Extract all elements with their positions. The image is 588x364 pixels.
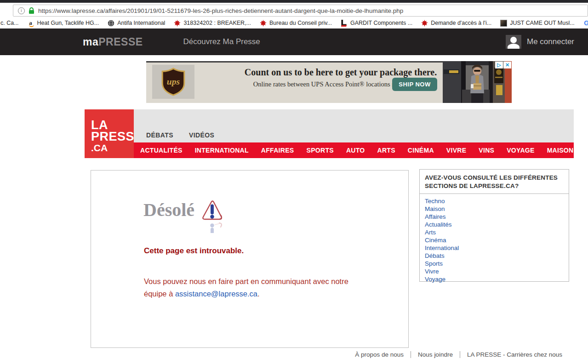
adchoices-icon[interactable]: ▷ bbox=[495, 62, 503, 68]
ad-banner[interactable]: ups Count on us to be here to get your p… bbox=[146, 61, 512, 103]
contact-suffix: . bbox=[257, 290, 260, 298]
logo-line: PRESSE bbox=[91, 131, 134, 142]
warning-icon bbox=[199, 199, 226, 233]
url-bar[interactable]: i https://www.lapresse.ca/affaires/20190… bbox=[13, 5, 588, 17]
nav-vins[interactable]: VINS bbox=[479, 147, 494, 154]
mapresse-header: maPRESSE Découvrez Ma Presse Me connecte… bbox=[0, 28, 588, 55]
browser-toolbar: i https://www.lapresse.ca/affaires/20190… bbox=[0, 3, 588, 17]
logo-line: .CA bbox=[91, 143, 134, 152]
error-message: Cette page est introuvable. bbox=[144, 246, 244, 256]
ad-controls: ▷ ✕ bbox=[495, 62, 511, 68]
bookmark-label: JUST CAME OUT Musl... bbox=[510, 20, 575, 26]
sections-sidebar: AVEZ-VOUS CONSULTÉ LES DIFFÉRENTES SECTI… bbox=[419, 169, 569, 282]
footer-link-contact[interactable]: Nous joindre bbox=[411, 351, 460, 358]
avatar-icon bbox=[506, 35, 521, 49]
mapresse-logo[interactable]: maPRESSE bbox=[83, 36, 143, 48]
page-footer: À propos de nous Nous joindre LA PRESSE … bbox=[0, 351, 569, 358]
svg-text:ups: ups bbox=[167, 77, 180, 86]
sidebar-link-voyage[interactable]: Voyage bbox=[425, 275, 564, 283]
bookmark-label: Demande d'accès à l'i... bbox=[431, 20, 491, 26]
bookmark-item[interactable]: Antifa International bbox=[104, 18, 168, 28]
nav-voyage[interactable]: VOYAGE bbox=[507, 147, 534, 154]
mapresse-logo-ma: ma bbox=[83, 36, 98, 48]
sidebar-link-cinema[interactable]: Cinéma bbox=[425, 236, 564, 244]
bookmark-item[interactable]: Bureau du Conseil priv... bbox=[256, 18, 335, 28]
maple-leaf-icon bbox=[421, 19, 428, 27]
amazon-icon: a bbox=[27, 19, 34, 27]
primary-nav: ACTUALITÉS INTERNATIONAL AFFAIRES SPORTS… bbox=[134, 142, 574, 158]
sidebar-links: Techno Maison Affaires Actualités Arts C… bbox=[420, 194, 569, 286]
page-title: Désolé bbox=[143, 199, 194, 221]
sidebar-link-vivre[interactable]: Vivre bbox=[425, 267, 564, 275]
bookmark-item[interactable]: GARDIT Components ... bbox=[337, 18, 416, 28]
lapresse-logo[interactable]: LA PRESSE .CA bbox=[85, 109, 134, 158]
ups-logo-box: ups bbox=[152, 65, 194, 99]
error-contact-text: Vous pouvez nous en faire part en commun… bbox=[144, 275, 348, 300]
contact-line2-prefix: équipe à bbox=[144, 290, 175, 298]
login-label: Me connecter bbox=[527, 37, 574, 46]
url-text[interactable]: https://www.lapresse.ca/affaires/201901/… bbox=[38, 7, 403, 14]
bookmark-item[interactable]: c. Ca... bbox=[0, 18, 22, 28]
footer-link-about[interactable]: À propos de nous bbox=[348, 351, 411, 358]
bookmark-label: Antifa International bbox=[117, 20, 165, 26]
page: i https://www.lapresse.ca/affaires/20190… bbox=[0, 0, 588, 364]
bookmark-label: GARDIT Components ... bbox=[350, 20, 412, 26]
nav-arts[interactable]: ARTS bbox=[377, 147, 395, 154]
bookmark-label: c. Ca... bbox=[0, 20, 19, 26]
ship-now-button[interactable]: SHIP NOW bbox=[392, 78, 437, 91]
sidebar-link-sports[interactable]: Sports bbox=[425, 260, 564, 267]
bookmark-label: 318324202 : BREAKER,... bbox=[183, 20, 251, 26]
nav-actualites[interactable]: ACTUALITÉS bbox=[140, 147, 183, 154]
secondary-nav: DÉBATS VIDÉOS bbox=[134, 109, 574, 142]
ad-close-icon[interactable]: ✕ bbox=[503, 62, 511, 68]
nav-techno[interactable]: TECHNO bbox=[586, 147, 588, 154]
bookmark-label: Bureau du Conseil priv... bbox=[269, 20, 332, 26]
bookmark-item[interactable]: 318324202 : BREAKER,... bbox=[170, 18, 254, 28]
maple-leaf-icon bbox=[259, 19, 267, 27]
discover-mapresse-link[interactable]: Découvrez Ma Presse bbox=[183, 37, 260, 46]
error-content-box: Désolé Cette page est introuvable. Vous … bbox=[91, 170, 409, 348]
maple-leaf-icon bbox=[173, 19, 181, 27]
nav-international[interactable]: INTERNATIONAL bbox=[195, 147, 249, 154]
ups-shield-icon: ups bbox=[161, 68, 186, 96]
bookmarks-bar: c. Ca... a Heat Gun, Tacklife HG... Anti… bbox=[0, 17, 588, 28]
nav-vivre[interactable]: VIVRE bbox=[446, 147, 467, 154]
https-padlock-icon[interactable] bbox=[29, 7, 34, 14]
bookmark-item[interactable]: a Heat Gun, Tacklife HG... bbox=[24, 18, 103, 28]
login-button[interactable]: Me connecter bbox=[506, 35, 574, 49]
globe-icon bbox=[107, 19, 114, 27]
sidebar-link-international[interactable]: International bbox=[425, 244, 564, 252]
nav-affaires[interactable]: AFFAIRES bbox=[261, 147, 294, 154]
sidebar-link-maison[interactable]: Maison bbox=[425, 205, 564, 213]
ad-subline: Online rates between UPS Access Point® l… bbox=[200, 80, 481, 88]
nav-cinema[interactable]: CINÉMA bbox=[408, 147, 434, 154]
footer-link-careers[interactable]: LA PRESSE - Carrières chez nous bbox=[460, 351, 569, 358]
sidebar-link-techno[interactable]: Techno bbox=[425, 197, 564, 205]
google-icon: G bbox=[583, 19, 588, 27]
ad-copy: Count on us to be here to get your packa… bbox=[200, 67, 481, 88]
sidebar-link-debats[interactable]: Débats bbox=[425, 252, 564, 260]
photo-icon bbox=[500, 19, 507, 27]
nav-debats[interactable]: DÉBATS bbox=[146, 131, 173, 139]
bookmark-label: Heat Gun, Tacklife HG... bbox=[37, 20, 99, 26]
letter-l-icon bbox=[340, 19, 348, 27]
nav-maison[interactable]: MAISON bbox=[547, 147, 574, 154]
sidebar-link-actualites[interactable]: Actualités bbox=[425, 221, 564, 228]
nav-videos[interactable]: VIDÉOS bbox=[189, 131, 214, 139]
bookmark-item[interactable]: Demande d'accès à l'i... bbox=[417, 18, 495, 28]
mapresse-logo-presse: PRESSE bbox=[98, 36, 143, 48]
contact-line1: Vous pouvez nous en faire part en commun… bbox=[144, 277, 348, 285]
sidebar-link-arts[interactable]: Arts bbox=[425, 228, 564, 236]
ad-headline: Count on us to be here to get your packa… bbox=[200, 67, 481, 78]
page-info-icon[interactable]: i bbox=[18, 7, 25, 14]
bookmark-item[interactable]: G TRUDEAU DECAL - Re bbox=[580, 18, 588, 28]
sidebar-link-affaires[interactable]: Affaires bbox=[425, 213, 564, 221]
sidebar-title: AVEZ-VOUS CONSULTÉ LES DIFFÉRENTES SECTI… bbox=[420, 170, 569, 194]
nav-auto[interactable]: AUTO bbox=[346, 147, 365, 154]
assistance-email-link[interactable]: assistance@lapresse.ca bbox=[175, 290, 257, 298]
nav-sports[interactable]: SPORTS bbox=[307, 147, 334, 154]
bookmark-item[interactable]: JUST CAME OUT Musl... bbox=[497, 18, 578, 28]
